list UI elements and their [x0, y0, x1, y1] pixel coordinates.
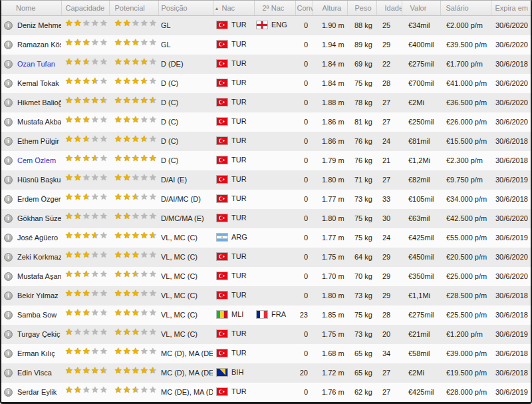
star-icon: ★★: [74, 402, 82, 404]
player-name[interactable]: Edin Visca: [17, 369, 52, 377]
info-icon[interactable]: i: [4, 311, 13, 319]
player-name[interactable]: Cem Özlem: [17, 156, 56, 164]
player-name[interactable]: Turgay Çekiç: [17, 330, 60, 338]
table-row[interactable]: i Hikmet Balioğlu ★★★★★★★★★★ ★★★★★★★★★★ …: [1, 93, 531, 112]
col-header-age[interactable]: Idade: [376, 1, 402, 15]
weight-cell: 69 kg: [347, 55, 376, 74]
info-icon[interactable]: i: [4, 118, 13, 126]
table-row[interactable]: i Hüsnü Başkurt ★★★★★★★★★★ ★★★★★★★★★★ D/…: [1, 170, 531, 190]
expires-cell: 30/6/2020: [491, 248, 531, 267]
position-cell: VL, MC (C): [158, 267, 213, 286]
col-header-label: Valor: [410, 4, 427, 12]
player-name[interactable]: Hikmet Balioğlu: [17, 99, 61, 106]
info-icon[interactable]: i: [4, 176, 13, 184]
info-icon[interactable]: i: [4, 195, 13, 204]
weight-cell: 73 kg: [347, 190, 376, 209]
info-icon[interactable]: i: [4, 79, 13, 88]
info-icon[interactable]: i: [4, 369, 13, 377]
info-icon[interactable]: i: [4, 272, 13, 281]
player-name[interactable]: Bekir Yılmaz: [17, 292, 59, 300]
player-name[interactable]: Erdem Özgenç: [17, 195, 61, 203]
col-header-nationality[interactable]: ▲Nac: [213, 1, 254, 15]
player-name[interactable]: Mustafa Akbaş: [17, 118, 61, 126]
second-nationality-cell: [254, 228, 295, 248]
expires-cell: 30/6/2020: [491, 267, 531, 286]
expires-cell: 30/6/2019: [491, 383, 531, 402]
table-row[interactable]: i Ozan Tufan ★★★★★★★★★★ ★★★★★★★★★★ D (DE…: [1, 55, 531, 74]
player-name[interactable]: José Agüero: [17, 234, 58, 242]
info-icon[interactable]: i: [4, 137, 13, 146]
col-header-nome[interactable]: Nome: [1, 1, 61, 15]
info-icon[interactable]: i: [4, 60, 13, 69]
player-name[interactable]: Serdar Eylik: [17, 388, 57, 396]
table-row[interactable]: i Erdem Özgenç ★★★★★★★★★★ ★★★★★★★★★★ D/A…: [1, 190, 531, 209]
table-row[interactable]: i Ramazan Köse ★★★★★★★★★★ ★★★★★★★★★★ GL …: [1, 35, 531, 55]
player-name[interactable]: Zeki Korkmaz: [17, 253, 61, 261]
info-icon[interactable]: i: [4, 388, 13, 397]
col-header-expires[interactable]: Expira em: [491, 1, 531, 15]
player-name[interactable]: Mustafa Aşan: [17, 272, 61, 280]
player-name[interactable]: Erman Kılıç: [17, 349, 55, 357]
star-icon: ★★: [132, 151, 140, 166]
table-row[interactable]: i Cem Özlem ★★★★★★★★★★ ★★★★★★★★★★ D (C) …: [1, 151, 531, 170]
info-icon[interactable]: i: [4, 253, 13, 262]
ability-cell: ★★★★★★★★★★: [61, 93, 109, 112]
player-name[interactable]: Ramazan Köse: [17, 41, 61, 49]
table-row[interactable]: i José Agüero ★★★★★★★★★★ ★★★★★★★★★★ VL, …: [1, 228, 531, 248]
table-row[interactable]: i Mustafa Akbaş ★★★★★★★★★★ ★★★★★★★★★★ D …: [1, 112, 531, 132]
expires-cell: 30/6/2018: [491, 344, 531, 363]
nationality-code: BIH: [231, 365, 243, 379]
table-row[interactable]: i Edin Visca ★★★★★★★★★★ ★★★★★★★★★★ MC (D…: [1, 363, 531, 383]
player-name[interactable]: Samba Sow: [17, 311, 57, 319]
col-header-weight[interactable]: Peso: [347, 1, 376, 15]
player-name[interactable]: Ozan Tufan: [17, 60, 55, 68]
table-row[interactable]: i Serdar Eylik ★★★★★★★★★★ ★★★★★★★★★★ MC …: [1, 383, 531, 402]
expires-cell: 30/6/2018: [491, 363, 531, 383]
info-icon[interactable]: i: [4, 156, 13, 165]
player-name[interactable]: Ethem Pülgir: [17, 137, 59, 145]
table-row[interactable]: i Ethem Pülgir ★★★★★★★★★★ ★★★★★★★★★★ D (…: [1, 132, 531, 151]
star-icon: ★★: [132, 344, 140, 359]
player-name[interactable]: Hüsnü Başkurt: [17, 176, 61, 184]
col-header-potential[interactable]: Potencial: [109, 1, 158, 15]
info-icon[interactable]: i: [4, 330, 13, 339]
info-icon[interactable]: i: [4, 21, 13, 30]
height-cell: 1.68 m: [313, 344, 347, 363]
nationality-cell: ARG: [213, 228, 254, 248]
nationality-code: TUR: [231, 95, 247, 109]
table-row[interactable]: i Deniz Mehmet ★★★★★★★★★★ ★★★★★★★★★★ GL …: [1, 15, 531, 35]
info-icon[interactable]: i: [4, 41, 13, 49]
info-icon[interactable]: i: [4, 234, 13, 242]
info-icon[interactable]: i: [4, 349, 13, 358]
star-icon: ★★: [100, 190, 108, 204]
value-cell: €350mil: [402, 267, 440, 286]
nationality-cell: TUR: [213, 402, 254, 404]
col-header-caps[interactable]: Conv: [295, 1, 313, 15]
info-icon[interactable]: i: [4, 214, 13, 223]
player-name[interactable]: Deniz Mehmet: [17, 21, 61, 29]
col-header-value[interactable]: Valor: [402, 1, 440, 15]
col-header-position[interactable]: Posição: [158, 1, 213, 15]
table-row[interactable]: i Kemal Tokak ★★★★★★★★★★ ★★★★★★★★★★ D (C…: [1, 74, 531, 93]
star-icon: ★★: [149, 93, 158, 108]
col-header-ability[interactable]: Capacidade: [61, 1, 109, 15]
table-row[interactable]: i Zeki Korkmaz ★★★★★★★★★★ ★★★★★★★★★★ VL,…: [1, 248, 531, 267]
star-icon: ★★: [123, 55, 132, 69]
table-row[interactable]: i Gökhan Süzen ★★★★★★★★★★ ★★★★★★★★★★ D/M…: [1, 209, 531, 228]
star-icon: ★★: [132, 16, 140, 31]
info-icon[interactable]: i: [4, 292, 13, 300]
table-row[interactable]: i Erman Kılıç ★★★★★★★★★★ ★★★★★★★★★★ MC (…: [1, 344, 531, 363]
col-header-wage[interactable]: Salário: [440, 1, 491, 15]
height-cell: 1.94 m: [313, 35, 347, 55]
table-row[interactable]: i Bekir Yılmaz ★★★★★★★★★★ ★★★★★★★★★★ VL,…: [1, 286, 531, 305]
position-cell: MC (D), MA (DEC): [158, 344, 213, 363]
table-row[interactable]: i Erçağ Evirgen ★★★★★★★★★★ ★★★★★★★★★★ MC…: [1, 402, 531, 404]
player-name[interactable]: Kemal Tokak: [17, 79, 59, 87]
table-row[interactable]: i Turgay Çekiç ★★★★★★★★★★ ★★★★★★★★★★ VL,…: [1, 325, 531, 344]
table-row[interactable]: i Mustafa Aşan ★★★★★★★★★★ ★★★★★★★★★★ VL,…: [1, 267, 531, 286]
col-header-second-nationality[interactable]: 2ª Nac: [254, 1, 295, 15]
player-name[interactable]: Gökhan Süzen: [17, 214, 61, 222]
col-header-height[interactable]: Altura: [313, 1, 347, 15]
info-icon[interactable]: i: [4, 99, 13, 107]
table-row[interactable]: i Samba Sow ★★★★★★★★★★ ★★★★★★★★★★ VL, MC…: [1, 305, 531, 325]
